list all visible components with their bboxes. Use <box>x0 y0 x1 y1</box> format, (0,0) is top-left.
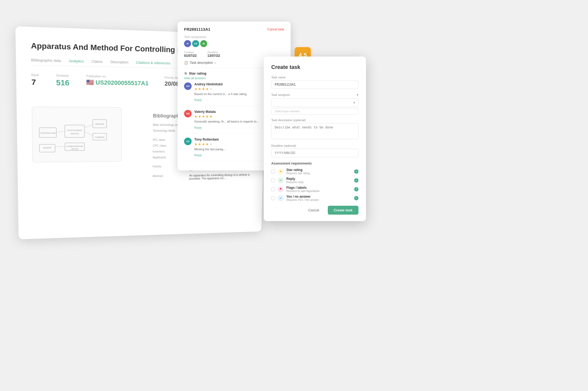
reply-button-1[interactable]: Reply <box>194 98 202 102</box>
abstract-label: Abstract <box>153 174 189 181</box>
create-task-panel: Create task Task name Task assignee ▾ Se… <box>264 57 366 221</box>
svg-text:SENSOR: SENSOR <box>43 147 51 149</box>
created-date-block: Created 01/07/22 <box>184 51 197 58</box>
star-1-3: ★ <box>202 87 205 91</box>
star-3-1: ★ <box>194 142 198 146</box>
svg-text:COMMUNICATION: COMMUNICATION <box>66 145 83 148</box>
task-assignee-label-row: Task assignee ▾ <box>271 93 358 97</box>
create-task-button[interactable]: Create task <box>328 206 358 215</box>
task-assignee-group: Task assignee ▾ Select team member <box>271 93 358 115</box>
task-assignee-select[interactable] <box>271 98 358 107</box>
cancel-button[interactable]: Cancel <box>303 206 324 215</box>
task-desc-group: Task description (optional) <box>271 118 358 140</box>
task-assignees-label: Task assignee(s) <box>184 35 284 39</box>
assessment-reply-icon: ↩ <box>278 177 284 183</box>
assessment-reply-text: Reply Requires reply <box>286 177 351 184</box>
task-desc-textarea[interactable] <box>271 123 358 139</box>
created-label: Created <box>184 51 197 54</box>
star-2-3: ★ <box>202 114 205 118</box>
diagram-svg: CONTROLLER POSITIONING DEVICE SERVER CAM… <box>36 111 117 158</box>
deadline-date: 13/07/22 <box>207 54 220 58</box>
assessment-flags-name: Flags / labels <box>286 186 351 190</box>
flag-icon: 🇺🇸 <box>86 79 94 86</box>
svg-line-16 <box>84 132 93 135</box>
reviewer-avatar-3: AS <box>184 138 192 145</box>
task-panel-header: FR2891113A1 Cancel task <box>184 27 284 32</box>
panel-actions: Cancel Create task <box>271 206 358 215</box>
assessment-reply-item: ↩ Reply Requires reply i <box>271 177 358 184</box>
assessment-yesno-name: Yes / no answer <box>286 195 351 198</box>
assessment-yesno-desc: Requires YES / NO answer <box>286 198 351 201</box>
assessment-flags-checkbox[interactable] <box>271 187 275 191</box>
assessment-yesno-text: Yes / no answer Requires YES / NO answer <box>286 195 351 201</box>
select-team-member-placeholder[interactable]: Select team member <box>271 108 358 115</box>
chevron-right-icon: › <box>214 61 216 65</box>
svg-text:DEVICE: DEVICE <box>71 132 79 135</box>
assessment-section: Assessment requirements ★ Star rating Re… <box>271 162 358 201</box>
assessment-yesno-info[interactable]: i <box>354 196 358 200</box>
star-3-5: ★ <box>209 142 213 146</box>
star-icon: ☆ <box>184 71 187 75</box>
assessment-reply-checkbox[interactable] <box>271 179 275 182</box>
pubno-value: 🇺🇸 US20200055517A1 <box>86 79 149 87</box>
assessment-flags-item: ⚑ Flags / labels Requires to add flags/l… <box>271 186 358 193</box>
rank-block: Rank 7 <box>31 73 39 87</box>
assignee-avatar-1: H <box>184 40 191 47</box>
star-3-4: ★ <box>206 142 209 146</box>
star-1-1: ★ <box>194 87 198 91</box>
star-2-1: ★ <box>194 114 198 118</box>
assessment-star-name: Star rating <box>286 168 351 172</box>
assessment-flags-info[interactable]: i <box>354 187 358 191</box>
deadline-date-block: Deadline 13/07/22 <box>207 51 220 58</box>
assessment-yesno-checkbox[interactable] <box>271 196 275 200</box>
task-assignee-label: Task assignee <box>271 93 290 96</box>
assessment-flags-desc: Requires to add flags/labels <box>286 190 351 193</box>
assessment-reply-info[interactable]: i <box>354 178 358 183</box>
star-1-5: ★ <box>209 87 213 91</box>
nav-claims[interactable]: Claims <box>91 60 103 64</box>
assessment-star-text: Star rating Requires star rating <box>286 168 351 175</box>
created-date: 01/07/22 <box>184 54 197 58</box>
assessment-reply-name: Reply <box>286 177 351 181</box>
star-2-5: ★ <box>209 114 213 118</box>
pubno-block: Publication no. 🇺🇸 US20200055517A1 <box>86 74 149 89</box>
description-icon: 📋 <box>184 61 188 65</box>
deadline-label: Deadline (optional) <box>271 144 358 147</box>
assessment-star-info[interactable]: i <box>354 169 358 174</box>
similarity-value: 516 <box>56 78 69 88</box>
cancel-task-button[interactable]: Cancel task <box>267 27 284 31</box>
similarity-label: Similarity <box>56 74 69 77</box>
task-assignee-wrapper <box>271 98 358 107</box>
task-desc-label: Task description (optional) <box>271 118 358 122</box>
svg-text:DEVICE: DEVICE <box>71 148 78 150</box>
assessment-reply-desc: Requires reply <box>286 181 351 184</box>
assessment-star-icon: ★ <box>278 169 284 174</box>
task-name-input[interactable] <box>271 80 358 89</box>
svg-text:CAMERA: CAMERA <box>95 136 105 138</box>
assessment-star-checkbox[interactable] <box>271 170 275 173</box>
svg-text:CONTROLLER: CONTROLLER <box>40 132 56 134</box>
abstract-row: Abstract An apparatus for controlling dr… <box>153 173 250 181</box>
description-label: Task description <box>190 61 213 65</box>
nav-biblio[interactable]: Bibliographic data <box>31 58 61 63</box>
star-2-2: ★ <box>198 114 201 118</box>
assessment-yesno-item: ✓ Yes / no answer Requires YES / NO answ… <box>271 195 358 201</box>
rank-label: Rank <box>31 73 39 77</box>
task-name-label: Task name <box>271 76 358 79</box>
nav-description[interactable]: Description <box>110 60 128 64</box>
deadline-input[interactable] <box>271 149 358 157</box>
reply-button-2[interactable]: Reply <box>194 126 202 129</box>
star-3-2: ★ <box>198 142 201 146</box>
abstract-value: An apparatus for controlling driving of … <box>189 173 250 180</box>
nav-citations[interactable]: Citations & references <box>136 61 170 65</box>
svg-text:SERVER: SERVER <box>95 123 104 125</box>
task-patent-id: FR2891113A1 <box>184 27 210 32</box>
deadline-label: Deadline <box>207 51 220 54</box>
assignee-avatar-3: M <box>200 40 207 47</box>
assignee-avatar-2: AS <box>192 40 199 47</box>
svg-text:POSITIONING: POSITIONING <box>67 129 82 132</box>
assessment-flags-icon: ⚑ <box>278 186 284 192</box>
assessment-star-desc: Requires star rating <box>286 172 351 175</box>
reply-button-3[interactable]: Reply <box>194 153 202 157</box>
nav-analytics[interactable]: Analytics <box>69 59 84 64</box>
